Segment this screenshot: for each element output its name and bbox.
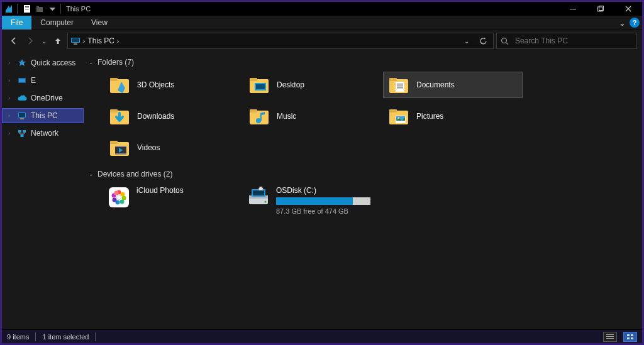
drive-icloud-photos[interactable]: iCloud Photos: [104, 183, 243, 217]
group-header-drives[interactable]: ⌄ Devices and drives (2): [84, 167, 642, 183]
expand-icon[interactable]: ›: [8, 130, 13, 136]
app-icon[interactable]: [3, 3, 14, 14]
ribbon: File Computer View ⌄ ?: [2, 16, 642, 30]
expand-icon[interactable]: ›: [8, 77, 13, 84]
svg-point-12: [502, 38, 507, 43]
svg-rect-48: [115, 146, 126, 147]
ribbon-tab-computer[interactable]: Computer: [31, 16, 82, 30]
sidebar-item-e[interactable]: › E: [2, 73, 84, 88]
chevron-right-icon[interactable]: ›: [117, 38, 119, 45]
svg-rect-5: [36, 6, 39, 8]
svg-rect-2: [25, 8, 29, 8]
group-header-folders[interactable]: ⌄ Folders (7): [84, 55, 642, 72]
qa-new-folder-icon[interactable]: [34, 3, 45, 14]
window-title: This PC: [66, 5, 91, 13]
sidebar-item-label: This PC: [31, 111, 58, 120]
expand-icon[interactable]: ›: [8, 112, 13, 119]
sidebar-item-onedrive[interactable]: › OneDrive: [2, 90, 84, 106]
breadcrumb-location[interactable]: This PC: [87, 36, 114, 45]
qa-properties-icon[interactable]: [21, 3, 33, 14]
svg-rect-41: [389, 109, 397, 112]
svg-rect-10: [72, 38, 79, 42]
ribbon-tab-view[interactable]: View: [82, 16, 116, 30]
svg-point-51: [117, 195, 121, 200]
svg-rect-46: [110, 141, 118, 144]
svg-rect-70: [627, 337, 630, 339]
folder-music[interactable]: Music: [243, 103, 383, 129]
svg-rect-20: [23, 130, 26, 133]
qa-customize-icon[interactable]: ⏷: [47, 3, 58, 14]
expand-icon[interactable]: ›: [8, 95, 13, 101]
large-icons-view-button[interactable]: [623, 332, 637, 342]
svg-rect-37: [250, 109, 257, 112]
this-pc-icon: [17, 111, 27, 121]
folder-icon: [248, 105, 270, 128]
drive-osdisk-c[interactable]: OSDisk (C:) 87.3 GB free of 474 GB: [243, 183, 383, 217]
svg-point-54: [122, 196, 126, 200]
chevron-right-icon: ›: [83, 38, 85, 45]
folder-documents[interactable]: Documents: [383, 72, 523, 98]
minimize-button[interactable]: [559, 2, 587, 16]
folder-downloads[interactable]: Downloads: [104, 103, 243, 129]
folder-3d-objects[interactable]: 3D Objects: [104, 72, 243, 98]
drive-label: OSDisk (C:): [276, 186, 370, 195]
chevron-down-icon[interactable]: ⌄: [89, 59, 94, 65]
svg-rect-6: [570, 9, 576, 9]
svg-rect-21: [21, 134, 24, 137]
svg-line-13: [506, 42, 509, 45]
status-bar: 9 items 1 item selected: [2, 329, 642, 343]
group-header-label: Folders (7): [97, 58, 134, 67]
sidebar-item-network[interactable]: › Network: [2, 126, 84, 141]
chevron-down-icon[interactable]: ⌄: [89, 171, 94, 177]
sidebar-item-label: E: [31, 76, 36, 85]
forward-button[interactable]: [23, 34, 37, 48]
svg-point-64: [265, 201, 267, 203]
status-selection: 1 item selected: [42, 333, 89, 341]
svg-rect-49: [115, 153, 126, 155]
svg-rect-27: [256, 84, 265, 89]
svg-rect-4: [36, 7, 43, 12]
this-pc-icon: [70, 36, 80, 46]
svg-point-53: [121, 192, 125, 197]
folder-label: Downloads: [137, 112, 174, 121]
folder-label: Documents: [416, 80, 455, 89]
folder-icon: [387, 74, 410, 96]
folder-desktop[interactable]: Desktop: [243, 72, 383, 98]
separator: [95, 332, 96, 341]
ribbon-file-tab[interactable]: File: [2, 16, 31, 30]
address-bar[interactable]: › This PC › ⌄: [67, 33, 494, 49]
details-view-button[interactable]: [603, 332, 617, 342]
svg-rect-63: [253, 190, 264, 195]
svg-rect-31: [397, 84, 403, 85]
status-item-count: 9 items: [7, 333, 29, 341]
sidebar-item-label: Quick access: [31, 58, 75, 67]
ribbon-expand-icon[interactable]: ⌄: [619, 18, 626, 28]
close-button[interactable]: [614, 2, 642, 16]
folder-label: 3D Objects: [137, 80, 174, 89]
search-box[interactable]: [496, 33, 637, 49]
separator: [35, 332, 36, 341]
svg-rect-3: [25, 9, 29, 9]
folder-icon: [248, 74, 270, 96]
recent-locations-button[interactable]: ⌄: [40, 34, 48, 48]
window-frame: ⏷ This PC File Computer View ⌄ ?: [0, 0, 644, 345]
folder-videos[interactable]: Videos: [104, 134, 243, 161]
drive-label: iCloud Photos: [136, 186, 184, 195]
maximize-button[interactable]: [587, 2, 614, 16]
sidebar-item-this-pc[interactable]: › This PC: [2, 108, 84, 123]
separator: [60, 4, 61, 14]
svg-rect-30: [396, 82, 404, 92]
search-input[interactable]: [514, 36, 633, 46]
svg-rect-11: [74, 43, 77, 45]
drive-usage-bar: [276, 197, 370, 205]
back-button[interactable]: [7, 34, 21, 48]
refresh-button[interactable]: [475, 33, 491, 48]
address-dropdown-button[interactable]: ⌄: [459, 33, 474, 48]
up-button[interactable]: [51, 34, 65, 48]
expand-icon[interactable]: ›: [8, 60, 13, 66]
svg-rect-69: [631, 334, 633, 336]
folder-pictures[interactable]: Pictures: [383, 103, 523, 129]
sidebar-item-quick-access[interactable]: › Quick access: [2, 55, 84, 70]
help-button[interactable]: ?: [630, 18, 640, 28]
folder-icon: [387, 105, 410, 128]
